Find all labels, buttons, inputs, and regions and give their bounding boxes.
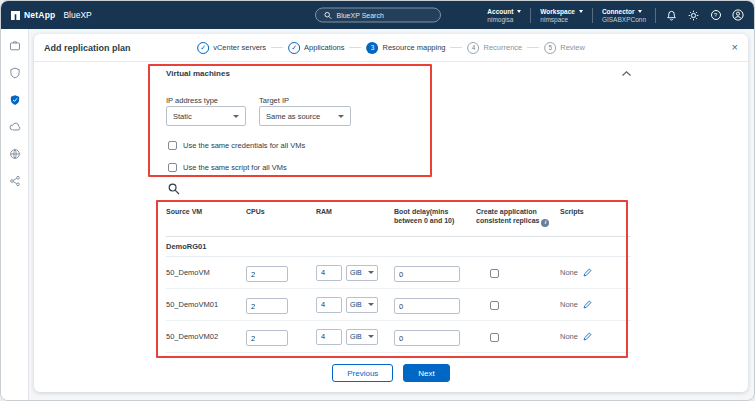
boot-delay-input[interactable] — [394, 330, 460, 346]
search-icon — [324, 11, 332, 19]
brand-name: NetApp — [24, 10, 55, 20]
sidebar-item-mobility[interactable] — [8, 120, 22, 134]
chevron-down-icon — [517, 10, 521, 13]
brand: NetApp BlueXP — [11, 10, 92, 20]
col-source-vm: Source VM — [166, 207, 246, 216]
add-replication-plan-panel: Add replication plan ✓ vCenter servers ✓… — [34, 34, 748, 392]
shield-icon — [9, 67, 21, 79]
step-separator — [271, 47, 283, 48]
chevron-down-icon — [338, 115, 344, 118]
account-menu[interactable]: Account nimogisa — [487, 8, 521, 23]
step-number: 4 — [467, 42, 479, 54]
cloud-sync-icon — [9, 121, 21, 133]
bluexp-window: NetApp BlueXP BlueXP Search Account nimo… — [0, 0, 755, 401]
same-credentials-label: Use the same credentials for all VMs — [183, 141, 305, 150]
ram-input[interactable] — [316, 329, 342, 345]
divider — [655, 8, 656, 23]
col-scripts: Scripts — [560, 207, 631, 216]
ram-input[interactable] — [316, 265, 342, 281]
table-search-icon[interactable] — [168, 181, 180, 193]
globe-icon — [9, 148, 21, 160]
chevron-down-icon — [638, 10, 642, 13]
step-separator — [450, 47, 462, 48]
chevron-down-icon — [579, 10, 583, 13]
same-script-label: Use the same script for all VMs — [183, 163, 287, 172]
consistent-replica-checkbox[interactable] — [490, 333, 499, 342]
edit-script-pencil-icon[interactable] — [583, 332, 592, 341]
target-ip-select[interactable]: Same as source — [259, 106, 351, 126]
step-review[interactable]: 5 Review — [544, 42, 585, 54]
same-script-row: Use the same script for all VMs — [168, 163, 287, 172]
col-boot-delay: Boot delay(mins between 0 and 10) — [394, 207, 476, 226]
source-vm-name: 50_DemoVM02 — [166, 332, 246, 341]
step-check-icon: ✓ — [288, 42, 300, 54]
ip-address-type-select[interactable]: Static — [166, 106, 246, 126]
left-sidebar — [1, 29, 29, 400]
close-icon[interactable]: × — [732, 42, 738, 53]
edit-script-pencil-icon[interactable] — [583, 300, 592, 309]
consistent-replica-checkbox[interactable] — [490, 301, 499, 310]
connector-value: GISABXPConn — [602, 16, 646, 23]
topbar-right-cluster: Account nimogisa Workspace nimspace Conn… — [487, 8, 744, 23]
same-credentials-row: Use the same credentials for all VMs — [168, 141, 305, 150]
content-column: Virtual machines IP address type Target … — [166, 63, 631, 392]
ram-unit-select[interactable]: GiB — [346, 329, 378, 345]
previous-button[interactable]: Previous — [332, 364, 393, 382]
user-avatar[interactable] — [731, 9, 744, 22]
next-button[interactable]: Next — [403, 364, 449, 382]
table-row: 50_DemoVM02 GiB None — [166, 321, 631, 353]
product-name: BlueXP — [63, 10, 91, 20]
connector-menu[interactable]: Connector GISABXPConn — [602, 8, 646, 23]
cpus-input[interactable] — [246, 298, 288, 314]
step-applications[interactable]: ✓ Applications — [288, 42, 344, 54]
sidebar-item-protection-active[interactable] — [8, 93, 22, 107]
share-icon — [9, 175, 21, 187]
sidebar-item-health[interactable] — [8, 66, 22, 80]
step-resource-mapping[interactable]: 3 Resource mapping — [367, 42, 446, 54]
protection-shield-icon — [9, 94, 21, 106]
table-row: 50_DemoVM01 GiB None — [166, 289, 631, 321]
workspace-label: Workspace — [540, 8, 575, 15]
notifications-bell-icon[interactable] — [665, 9, 678, 22]
chevron-up-icon[interactable] — [622, 71, 631, 76]
consistent-replica-checkbox[interactable] — [490, 269, 499, 278]
step-separator — [350, 47, 362, 48]
ram-unit-select[interactable]: GiB — [346, 265, 378, 281]
global-search[interactable]: BlueXP Search — [315, 8, 441, 23]
table-header-row: Source VM CPUs RAM Boot delay(mins betwe… — [166, 203, 631, 237]
workspace-menu[interactable]: Workspace nimspace — [540, 8, 583, 23]
cpus-input[interactable] — [246, 266, 288, 282]
chevron-down-icon — [368, 271, 374, 274]
edit-script-pencil-icon[interactable] — [583, 268, 592, 277]
step-vcenter-servers[interactable]: ✓ vCenter servers — [197, 42, 266, 54]
vm-resource-table: Source VM CPUs RAM Boot delay(mins betwe… — [166, 203, 631, 353]
sidebar-item-extensions[interactable] — [8, 174, 22, 188]
sidebar-item-workspaces[interactable] — [8, 39, 22, 53]
wizard-footer: Previous Next — [34, 364, 748, 382]
wizard-stepper: ✓ vCenter servers ✓ Applications 3 Resou… — [197, 42, 585, 54]
canvas-icon — [9, 40, 21, 52]
step-recurrence[interactable]: 4 Recurrence — [467, 42, 522, 54]
resource-group-name: DemoRG01 — [166, 242, 246, 251]
section-title: Virtual machines — [166, 69, 230, 78]
boot-delay-input[interactable] — [394, 298, 460, 314]
cpus-input[interactable] — [246, 330, 288, 346]
table-row: 50_DemoVM GiB None — [166, 257, 631, 289]
workspace-value: nimspace — [540, 16, 583, 23]
top-navigation-bar: NetApp BlueXP BlueXP Search Account nimo… — [1, 1, 754, 29]
sidebar-item-governance[interactable] — [8, 147, 22, 161]
same-credentials-checkbox[interactable] — [168, 141, 177, 150]
chevron-down-icon — [368, 303, 374, 306]
info-icon[interactable]: i — [541, 219, 549, 227]
ram-input[interactable] — [316, 297, 342, 313]
divider — [530, 8, 531, 23]
virtual-machines-accordion: Virtual machines — [166, 69, 631, 78]
divider — [592, 8, 593, 23]
help-icon[interactable]: ? — [709, 9, 722, 22]
ram-unit-select[interactable]: GiB — [346, 297, 378, 313]
settings-gear-icon[interactable] — [687, 9, 700, 22]
chevron-down-icon — [233, 115, 239, 118]
same-script-checkbox[interactable] — [168, 163, 177, 172]
boot-delay-input[interactable] — [394, 266, 460, 282]
panel-body: Virtual machines IP address type Target … — [34, 63, 748, 392]
